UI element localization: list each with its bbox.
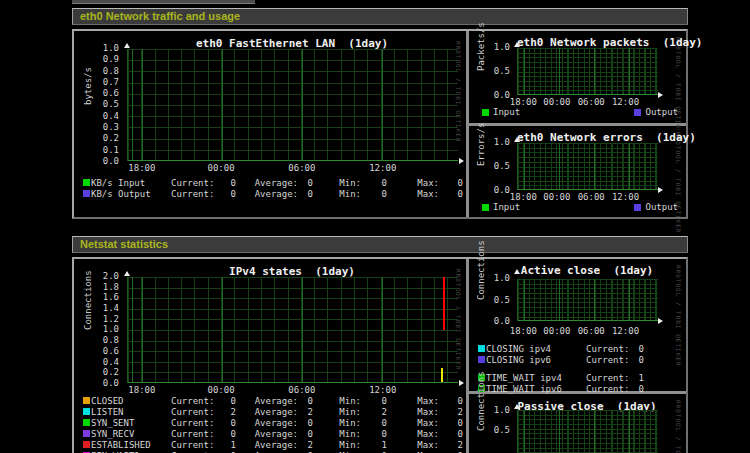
axis-arrow-right-icon (658, 318, 663, 324)
plot-area (517, 279, 658, 321)
stat-label-max: Max: (387, 440, 439, 450)
legend-swatch (482, 109, 489, 116)
legend-label: Output (645, 202, 678, 212)
plot-area (517, 410, 658, 453)
legend-output: Output (634, 107, 678, 117)
stat-value-current: 0 (214, 178, 236, 188)
legend-label: KB/s Output (91, 189, 171, 199)
active-close-legend: CLOSING ipv4 Current: 0 CLOSING ipv6 Cur… (473, 343, 682, 394)
y-tick: 0.0 (473, 317, 510, 326)
stat-label-min: Min: (313, 429, 361, 439)
rrdtool-signature: RRDTOOL / TOBI OETIKER (675, 132, 682, 233)
legend-label: LISTEN (91, 407, 171, 417)
axis-arrow-up-icon (124, 271, 130, 276)
y-tick: 0.3 (78, 123, 119, 132)
stat-label-max: Max: (387, 429, 439, 439)
x-tick: 18:00 (510, 326, 537, 336)
legend-swatch (482, 204, 489, 211)
stat-label-min: Min: (313, 396, 361, 406)
y-tick: 1.4 (78, 304, 119, 313)
y-tick: 0.2 (78, 368, 119, 377)
packets-graph-image[interactable]: RRDTOOL / TOBI OETIKER eth0 Network pack… (473, 35, 682, 119)
y-tick: 0.0 (473, 186, 510, 195)
x-tick: 06:00 (288, 163, 315, 173)
stat-value-average: 0 (298, 178, 313, 188)
errors-legend: Input Output (482, 202, 678, 212)
packets-graph-cell: RRDTOOL / TOBI OETIKER eth0 Network pack… (469, 31, 686, 126)
y-ticks: 1.00.50.0 (473, 274, 510, 326)
stat-value-average: 0 (298, 396, 313, 406)
stat-label-average: Average: (236, 418, 298, 428)
legend-label: CLOSING ipv4 (486, 344, 586, 354)
legend-swatch (634, 109, 641, 116)
stat-label-average: Average: (236, 189, 298, 199)
legend-row: LISTEN Current: 2 Average: 2 Min: 2 Max:… (78, 406, 462, 417)
legend-output: Output (634, 202, 678, 212)
y-tick: 0.7 (78, 78, 119, 87)
legend-label: TIME_WAIT ipv4 (486, 373, 586, 383)
y-tick: 0.0 (78, 379, 119, 388)
stat-value-current: 2 (214, 407, 236, 417)
series-finwait2-mark (441, 368, 443, 383)
errors-graph-image[interactable]: RRDTOOL / TOBI OETIKER eth0 Network erro… (473, 130, 682, 214)
passive-close-cell: RRDTOOL / TOBI OETIKER Passive close (1d… (469, 394, 686, 453)
y-tick: 0.4 (78, 112, 119, 121)
y-tick: 0.5 (473, 67, 510, 76)
legend-row: TIME_WAIT ipv4 Current: 1 (473, 372, 682, 383)
stat-value-min: 2 (361, 407, 387, 417)
section-header-netstat: Netstat statistics (72, 236, 688, 253)
stat-value-min: 0 (361, 396, 387, 406)
legend-input: Input (482, 202, 520, 212)
legend-swatch (478, 345, 485, 352)
x-tick: 00:00 (543, 192, 570, 202)
x-tick: 06:00 (578, 97, 605, 107)
stat-value-current: 0 (214, 189, 236, 199)
active-close-graph-image[interactable]: RRDTOOL / TOBI OETIKER Active close (1da… (473, 263, 682, 387)
stat-value-max: 0 (439, 178, 463, 188)
packets-legend: Input Output (482, 107, 678, 117)
legend-swatch (83, 430, 90, 437)
x-ticks: 18:0000:0006:0012:00 (517, 192, 657, 202)
stat-value-max: 0 (439, 418, 463, 428)
stat-value-average: 0 (298, 418, 313, 428)
stat-label-average: Average: (236, 407, 298, 417)
legend-label: SYN_SENT (91, 418, 171, 428)
y-tick: 0.5 (473, 426, 510, 435)
grid (128, 277, 458, 383)
y-ticks: 1.00.90.80.70.60.50.40.30.20.10.0 (78, 44, 119, 166)
stat-value-min: 0 (361, 418, 387, 428)
legend-label: SYN_RECV (91, 429, 171, 439)
x-tick: 12:00 (612, 326, 639, 336)
stat-label-current: Current: (171, 189, 214, 199)
x-tick: 18:00 (510, 97, 537, 107)
section-header-network: eth0 Network traffic and usage (72, 8, 688, 25)
legend-label: TIME_WAIT ipv6 (486, 384, 586, 394)
x-tick: 18:00 (128, 163, 155, 173)
legend-swatch (83, 190, 90, 197)
stat-label-average: Average: (236, 429, 298, 439)
passive-close-graph-image[interactable]: RRDTOOL / TOBI OETIKER Passive close (1d… (473, 398, 682, 453)
stat-label-current: Current: (171, 396, 214, 406)
plot-area (517, 143, 658, 190)
stat-value-current: 0 (214, 396, 236, 406)
stat-label-current: Current: (171, 440, 214, 450)
ipv4-graph-image[interactable]: RRDTOOL / TOBI OETIKER IPv4 states (1day… (78, 263, 462, 453)
y-tick: 1.0 (78, 44, 119, 53)
y-tick: 1.0 (78, 325, 119, 334)
x-ticks: 18:0000:0006:0012:00 (127, 385, 457, 395)
legend-label: Input (493, 107, 520, 117)
axis-arrow-right-icon (658, 187, 663, 193)
stat-label-current: Current: (171, 418, 214, 428)
stat-value-min: 0 (361, 178, 387, 188)
lan-graph-image[interactable]: RRDTOOL / TOBI OETIKER eth0 FastEthernet… (78, 35, 462, 213)
legend-row: CLOSING ipv6 Current: 0 (473, 354, 682, 365)
monitorix-dashboard: eth0 Network traffic and usage RRDTOOL /… (0, 0, 750, 453)
y-tick: 0.0 (473, 91, 510, 100)
y-tick: 1.0 (473, 274, 510, 283)
stat-value-max: 0 (439, 429, 463, 439)
legend-swatch (83, 397, 90, 404)
errors-graph-cell: RRDTOOL / TOBI OETIKER eth0 Network erro… (469, 126, 686, 218)
stat-value-max: 2 (439, 407, 463, 417)
legend-row: SYN_SENT Current: 0 Average: 0 Min: 0 Ma… (78, 417, 462, 428)
y-tick: 1.0 (473, 406, 510, 415)
